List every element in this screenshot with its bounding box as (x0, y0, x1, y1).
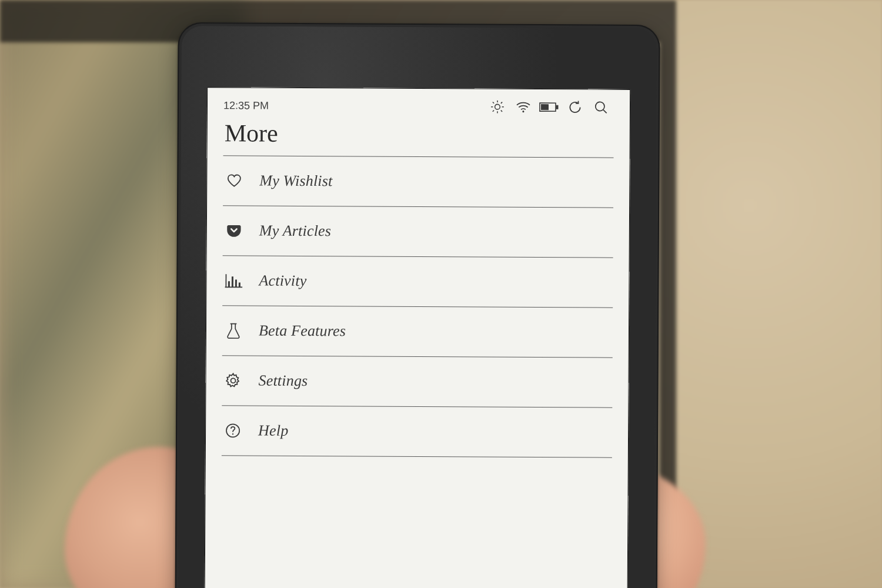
menu-item-settings[interactable]: Settings (222, 356, 612, 407)
svg-point-9 (522, 111, 524, 112)
more-menu: My Wishlist My Articles (222, 155, 614, 457)
svg-point-13 (596, 102, 604, 111)
menu-item-wishlist[interactable]: My Wishlist (223, 156, 613, 208)
svg-line-7 (493, 111, 494, 112)
gear-icon (223, 372, 243, 389)
sync-icon[interactable] (562, 99, 588, 115)
svg-rect-11 (556, 105, 558, 109)
menu-item-help[interactable]: Help (222, 406, 612, 457)
svg-line-8 (501, 102, 502, 103)
menu-item-articles[interactable]: My Articles (223, 206, 613, 258)
wifi-icon[interactable] (510, 101, 536, 113)
heart-icon (224, 172, 244, 189)
svg-point-22 (231, 378, 236, 383)
status-bar: 12:35 PM (223, 95, 614, 117)
menu-item-label: My Wishlist (259, 172, 332, 191)
menu-item-label: Help (258, 422, 289, 440)
menu-item-label: Activity (259, 272, 306, 290)
brightness-icon[interactable] (485, 99, 510, 115)
page-title: More (225, 119, 614, 149)
battery-icon[interactable] (536, 101, 562, 113)
menu-item-label: Beta Features (259, 322, 346, 340)
svg-line-6 (501, 111, 502, 112)
svg-line-14 (603, 110, 607, 113)
menu-item-beta-features[interactable]: Beta Features (222, 306, 613, 358)
menu-item-label: Settings (258, 372, 308, 390)
svg-line-5 (493, 102, 494, 103)
svg-point-0 (495, 104, 500, 109)
svg-point-24 (232, 433, 233, 435)
clock: 12:35 PM (223, 99, 269, 112)
svg-rect-12 (541, 105, 548, 110)
ereader-screen: 12:35 PM (204, 87, 630, 588)
search-icon[interactable] (588, 100, 614, 115)
activity-icon (223, 273, 243, 288)
menu-item-label: My Articles (259, 222, 331, 240)
pocket-icon (224, 222, 244, 239)
ereader-device: 12:35 PM (175, 22, 660, 588)
flask-icon (223, 322, 243, 339)
menu-item-activity[interactable]: Activity (222, 256, 613, 308)
help-icon (223, 422, 243, 439)
